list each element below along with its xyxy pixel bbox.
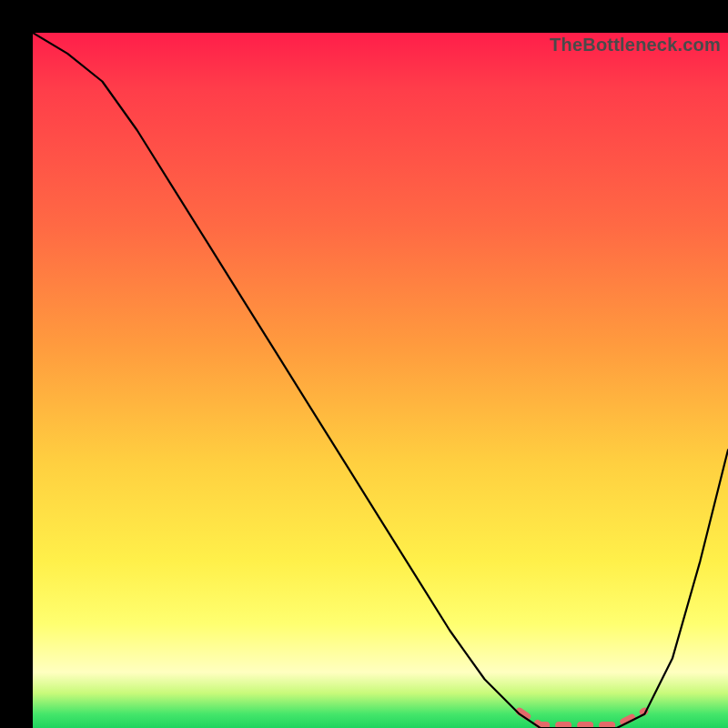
bottleneck-curve <box>33 33 728 728</box>
plot-area: TheBottleneck.com <box>33 33 728 728</box>
chart-frame: TheBottleneck.com <box>16 16 712 712</box>
curve-overlay <box>33 33 728 728</box>
